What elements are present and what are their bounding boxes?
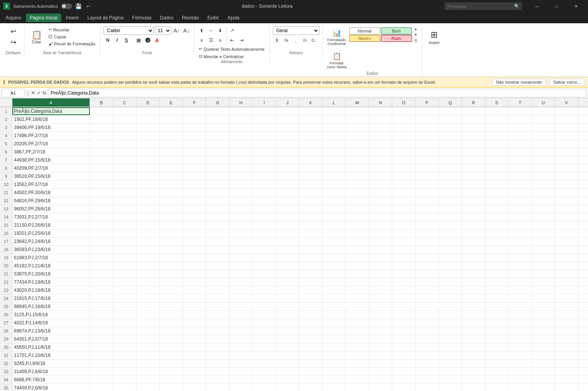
- cell-d5[interactable]: [136, 140, 160, 148]
- cell-n23[interactable]: [369, 286, 392, 294]
- cell-s26[interactable]: [485, 311, 509, 319]
- cell-m1[interactable]: [346, 107, 369, 115]
- row-header-21[interactable]: 21: [0, 270, 12, 278]
- cell-e3[interactable]: [160, 124, 183, 131]
- cell-v30[interactable]: [555, 343, 578, 351]
- align-left-button[interactable]: ≡: [197, 36, 206, 45]
- cell-e24[interactable]: [160, 295, 183, 302]
- cell-a31[interactable]: 11701,PJ,10/6/18: [12, 351, 90, 359]
- cell-n11[interactable]: [369, 189, 392, 196]
- cell-f34[interactable]: [183, 376, 206, 384]
- cell-f3[interactable]: [183, 124, 206, 131]
- cell-u27[interactable]: [532, 319, 555, 327]
- cell-a24[interactable]: 21915,PJ,17/6/18: [12, 295, 90, 302]
- percent-button[interactable]: %: [282, 36, 291, 45]
- cell-g18[interactable]: [206, 246, 229, 253]
- cell-c16[interactable]: [113, 229, 136, 237]
- cell-j21[interactable]: [276, 270, 299, 278]
- cell-w23[interactable]: [578, 286, 588, 294]
- cell-i23[interactable]: [253, 286, 276, 294]
- cell-t31[interactable]: [509, 351, 532, 359]
- cell-w33[interactable]: [578, 368, 588, 375]
- cell-j20[interactable]: [276, 262, 299, 270]
- cell-o31[interactable]: [392, 351, 416, 359]
- cell-r28[interactable]: [462, 327, 485, 335]
- cell-l31[interactable]: [322, 351, 346, 359]
- cell-q12[interactable]: [439, 197, 462, 205]
- cell-f24[interactable]: [183, 295, 206, 302]
- cell-m32[interactable]: [346, 360, 369, 367]
- cell-s27[interactable]: [485, 319, 509, 327]
- cell-v9[interactable]: [555, 172, 578, 180]
- cell-h24[interactable]: [229, 295, 253, 302]
- cell-g16[interactable]: [206, 229, 229, 237]
- cell-t32[interactable]: [509, 360, 532, 367]
- cell-o17[interactable]: [392, 238, 416, 245]
- cell-v1[interactable]: [555, 107, 578, 115]
- cell-s13[interactable]: [485, 205, 509, 213]
- cell-t22[interactable]: [509, 278, 532, 286]
- cell-n18[interactable]: [369, 246, 392, 253]
- row-header-28[interactable]: 28: [0, 327, 12, 335]
- cell-o35[interactable]: [392, 384, 416, 391]
- cell-p18[interactable]: [416, 246, 439, 253]
- row-header-17[interactable]: 17: [0, 238, 12, 245]
- cell-c25[interactable]: [113, 303, 136, 310]
- cell-h16[interactable]: [229, 229, 253, 237]
- cell-e16[interactable]: [160, 229, 183, 237]
- cell-u5[interactable]: [532, 140, 555, 148]
- cell-f31[interactable]: [183, 351, 206, 359]
- cell-g22[interactable]: [206, 278, 229, 286]
- cell-k12[interactable]: [299, 197, 322, 205]
- cell-h31[interactable]: [229, 351, 253, 359]
- cell-s2[interactable]: [485, 115, 509, 123]
- undo-icon[interactable]: ↩: [86, 4, 90, 9]
- cell-i7[interactable]: [253, 156, 276, 164]
- cell-v35[interactable]: [555, 384, 578, 391]
- cell-b20[interactable]: [90, 262, 113, 270]
- col-header-q[interactable]: Q: [439, 98, 462, 107]
- cell-g10[interactable]: [206, 181, 229, 188]
- cell-q28[interactable]: [439, 327, 462, 335]
- cell-f35[interactable]: [183, 384, 206, 391]
- row-header-3[interactable]: 3: [0, 124, 12, 131]
- cell-c13[interactable]: [113, 205, 136, 213]
- cell-i2[interactable]: [253, 115, 276, 123]
- cell-i32[interactable]: [253, 360, 276, 367]
- cell-h2[interactable]: [229, 115, 253, 123]
- cell-l15[interactable]: [322, 221, 346, 229]
- format-table-button[interactable]: 📋 Formatar como Tabela: [326, 50, 348, 71]
- cell-n28[interactable]: [369, 327, 392, 335]
- cell-o19[interactable]: [392, 254, 416, 262]
- cell-r20[interactable]: [462, 262, 485, 270]
- close-button[interactable]: ✕: [567, 0, 585, 12]
- cell-a17[interactable]: 23682,PJ,24/6/18: [12, 238, 90, 245]
- cell-w9[interactable]: [578, 172, 588, 180]
- cell-p5[interactable]: [416, 140, 439, 148]
- cell-m14[interactable]: [346, 213, 369, 221]
- cell-q31[interactable]: [439, 351, 462, 359]
- cell-v29[interactable]: [555, 335, 578, 343]
- cell-d14[interactable]: [136, 213, 160, 221]
- cell-l8[interactable]: [322, 164, 346, 172]
- cell-c31[interactable]: [113, 351, 136, 359]
- cell-e26[interactable]: [160, 311, 183, 319]
- cell-p27[interactable]: [416, 319, 439, 327]
- cell-r24[interactable]: [462, 295, 485, 302]
- cell-l32[interactable]: [322, 360, 346, 367]
- cell-a35[interactable]: 74459,PJ,6/6/18: [12, 384, 90, 391]
- cell-n3[interactable]: [369, 124, 392, 131]
- cell-o32[interactable]: [392, 360, 416, 367]
- wrap-text-button[interactable]: ↵ Quebrar Texto Automaticamente: [197, 46, 266, 52]
- cell-m28[interactable]: [346, 327, 369, 335]
- cell-q1[interactable]: [439, 107, 462, 115]
- cell-d16[interactable]: [136, 229, 160, 237]
- cell-v8[interactable]: [555, 164, 578, 172]
- cell-m20[interactable]: [346, 262, 369, 270]
- cell-p10[interactable]: [416, 181, 439, 188]
- cell-r31[interactable]: [462, 351, 485, 359]
- cell-c1[interactable]: [113, 107, 136, 115]
- cell-g25[interactable]: [206, 303, 229, 310]
- style-bom[interactable]: Bom: [381, 28, 412, 34]
- cell-k8[interactable]: [299, 164, 322, 172]
